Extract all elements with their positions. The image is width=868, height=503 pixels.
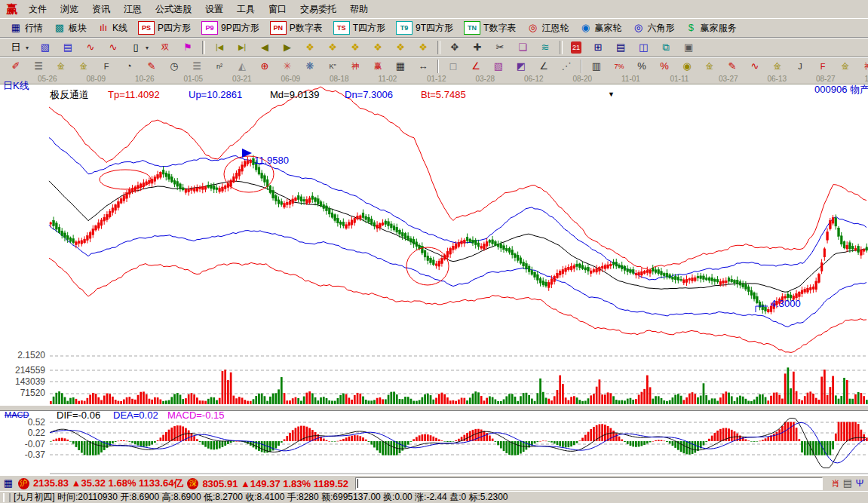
gann-diamond-6-icon[interactable]: ❖ — [412, 38, 434, 57]
quotes-button[interactable]: ▦行情 — [5, 19, 48, 37]
keyboard-wizard-input[interactable] — [355, 477, 823, 490]
xiao-icon[interactable]: 肖 — [830, 477, 842, 489]
wave-tool-icon[interactable]: ∿ — [744, 57, 766, 75]
t-square-button[interactable]: TST四方形 — [328, 19, 391, 37]
gann-diamond-1-icon[interactable]: ❖ — [299, 38, 321, 57]
box-tool-icon[interactable]: ◻ — [442, 57, 465, 75]
flag-icon[interactable]: ⚑ — [176, 38, 199, 57]
report-icon[interactable]: ▤ — [57, 38, 79, 57]
gann-diamond-2-icon[interactable]: ❖ — [321, 38, 344, 57]
gold2-angle-icon[interactable]: 金 — [834, 57, 857, 75]
gold-circle-icon[interactable]: ◉ — [676, 57, 698, 75]
fibonacci-icon[interactable]: F — [95, 57, 118, 75]
calendar-icon[interactable]: 21 — [566, 38, 587, 57]
t-number-table-button[interactable]: TNT数字表 — [459, 19, 521, 37]
shaded-box-icon[interactable]: ◩ — [510, 57, 532, 75]
sectors-button[interactable]: ▩板块 — [48, 19, 92, 37]
horizontal-lines-icon[interactable]: ☰ — [27, 57, 50, 75]
gold-level-1-icon[interactable]: 金 — [50, 57, 72, 75]
gann-diamond-3-icon[interactable]: ❖ — [344, 38, 367, 57]
menu-news[interactable]: 资讯 — [85, 2, 117, 17]
notes-icon[interactable]: ▤ — [609, 38, 632, 57]
star-icon[interactable]: ✳ — [276, 57, 299, 75]
9t-square-button[interactable]: T99T四方形 — [391, 19, 459, 37]
shenzhen-index-icon[interactable]: 深 — [187, 478, 198, 489]
gold-wave-icon[interactable]: 金 — [766, 57, 789, 75]
stamp-icon[interactable]: ❏ — [511, 38, 534, 57]
angle-icon[interactable]: ∠ — [532, 57, 555, 75]
pattern-view-icon[interactable]: ▧ — [34, 38, 57, 57]
percent-line-icon[interactable]: % — [653, 57, 676, 75]
antenna-icon[interactable]: Ψ — [854, 477, 866, 489]
menu-gann[interactable]: 江恩 — [117, 2, 149, 17]
first-bar-icon[interactable]: |◀ — [208, 38, 231, 57]
target-icon[interactable]: ⊕ — [253, 57, 276, 75]
menu-browse[interactable]: 浏览 — [54, 2, 85, 17]
market-grid-icon[interactable]: ▦ — [2, 477, 14, 489]
grid-lines-icon[interactable]: ☰ — [186, 57, 208, 75]
menu-tools[interactable]: 工具 — [230, 2, 262, 17]
menu-window[interactable]: 窗口 — [262, 2, 293, 17]
triangle-icon[interactable]: ◭ — [231, 57, 253, 75]
dots-line-icon[interactable]: ⋰ — [555, 57, 578, 75]
square-number-icon[interactable]: n² — [208, 57, 231, 75]
measure-icon[interactable]: ✂ — [489, 38, 511, 57]
gann-diamond-4-icon[interactable]: ❖ — [367, 38, 389, 57]
9p-square-button[interactable]: P99P四方形 — [196, 19, 265, 37]
menu-help[interactable]: 帮助 — [343, 2, 375, 17]
box-rays-icon[interactable]: ▧ — [487, 57, 510, 75]
price-grid-icon[interactable]: ▥ — [585, 57, 608, 75]
expand-icon[interactable]: ↔ — [412, 57, 434, 75]
copy-icon[interactable]: ⧉ — [655, 38, 677, 57]
next-bar-icon[interactable]: ▶ — [276, 38, 299, 57]
kline-button[interactable]: ılıK线 — [92, 19, 133, 37]
pen2-icon[interactable]: ✎ — [140, 57, 163, 75]
save-icon[interactable]: ◫ — [632, 38, 655, 57]
shen-tool-icon[interactable]: 神 — [344, 57, 367, 75]
gann-wheel-button[interactable]: ◎江恩轮 — [521, 19, 574, 37]
ying-tool-icon[interactable]: 赢 — [367, 57, 389, 75]
calculator-icon[interactable]: ⊞ — [587, 38, 609, 57]
spiral-icon[interactable]: ◔ — [118, 57, 140, 75]
print-icon[interactable]: ▣ — [677, 38, 700, 57]
j-angle-icon[interactable]: J — [789, 57, 811, 75]
last-bar-icon[interactable]: ▶| — [231, 38, 253, 57]
p-number-table-button[interactable]: PNP数字表 — [265, 19, 328, 37]
web-icon[interactable]: ❋ — [299, 57, 321, 75]
shanghai-index-icon[interactable]: 沪 — [18, 478, 29, 489]
winner-wheel-button[interactable]: ◉赢家轮 — [574, 19, 627, 37]
hand-tool-icon[interactable]: ✥ — [443, 38, 466, 57]
prev-bar-icon[interactable]: ◀ — [253, 38, 276, 57]
winner-service-button[interactable]: $赢家服务 — [679, 19, 741, 37]
menu-file[interactable]: 文件 — [22, 2, 54, 17]
rays-icon[interactable]: ∠ — [465, 57, 487, 75]
crosshair-icon[interactable]: ✚ — [466, 38, 489, 57]
shen-angle-icon[interactable]: 神 — [857, 57, 868, 75]
k-notation-icon[interactable]: K" — [321, 57, 344, 75]
drawer-icon[interactable]: ▤ — [842, 477, 854, 489]
period-selector[interactable]: 日▾ — [5, 38, 34, 57]
p-square-button[interactable]: PSP四方形 — [133, 19, 196, 37]
percent-7-icon[interactable]: 7% — [608, 57, 630, 75]
menu-settings[interactable]: 设置 — [198, 2, 230, 17]
gold-angle-icon[interactable]: 金 — [698, 57, 721, 75]
pane-splitter[interactable] — [0, 405, 868, 411]
menu-trade[interactable]: 交易委托 — [293, 2, 343, 17]
f-angle-icon[interactable]: F — [811, 57, 834, 75]
percent-icon[interactable]: % — [630, 57, 653, 75]
time-cycle-icon[interactable]: ◷ — [163, 57, 186, 75]
draw-pen-icon[interactable]: ✐ — [5, 57, 27, 75]
hexagon-button[interactable]: ◎六角形 — [627, 19, 679, 37]
wave3-icon[interactable]: ∿ — [79, 38, 102, 57]
mark-pen-icon[interactable]: ✎ — [721, 57, 744, 75]
wave9-icon[interactable]: ∿ — [102, 38, 124, 57]
pattern-view-icon: ▧ — [39, 41, 51, 54]
map-icon[interactable]: ≋ — [534, 38, 557, 57]
candle-style-icon[interactable]: ▯▾ — [124, 38, 154, 57]
grid-123-icon[interactable]: ▦ — [389, 57, 412, 75]
gold-level-2-icon[interactable]: 金 — [72, 57, 95, 75]
chart-area[interactable]: 05-2608-0910-2601-0503-2106-0908-1811-02… — [0, 74, 868, 475]
gann-diamond-5-icon[interactable]: ❖ — [389, 38, 412, 57]
dual-view-icon[interactable]: 双 — [154, 38, 176, 57]
menu-formula-stock-pick[interactable]: 公式选股 — [149, 2, 198, 17]
